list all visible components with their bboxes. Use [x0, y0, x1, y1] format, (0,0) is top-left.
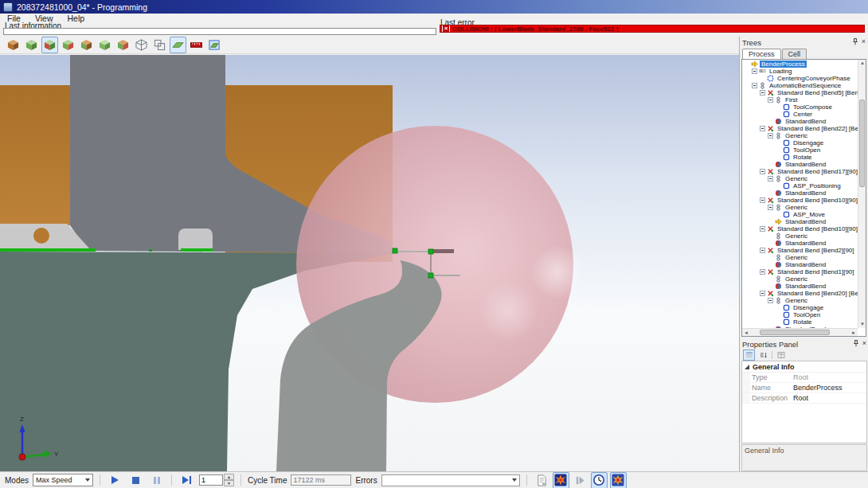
tree-horizontal-scrollbar[interactable]: ◄ ► [742, 328, 858, 336]
collapse-icon[interactable] [760, 90, 765, 96]
tree-item[interactable]: StandardBend [742, 283, 858, 290]
cube-red-left-icon[interactable] [60, 37, 76, 53]
tree-item[interactable]: StandardBend [742, 261, 858, 268]
cube-brown-icon[interactable] [5, 37, 22, 53]
tree-item[interactable]: Standard Bend [Bend1][90] [742, 268, 858, 275]
scroll-right-icon[interactable]: ► [850, 330, 858, 337]
category-expander-icon[interactable] [745, 365, 749, 369]
close-icon[interactable]: × [862, 339, 866, 347]
errors-select[interactable] [381, 474, 520, 486]
pin-icon[interactable] [852, 38, 858, 45]
cube-brown-green-icon[interactable] [78, 37, 95, 53]
tree-item[interactable]: Standard Bend [Bend2][90] [742, 247, 858, 254]
collapse-icon[interactable] [768, 205, 773, 210]
collapse-icon[interactable] [752, 83, 757, 88]
report-icon[interactable] [534, 472, 550, 488]
cube-green-red-icon[interactable] [41, 37, 58, 53]
scroll-left-icon[interactable]: ◄ [742, 330, 750, 337]
stepper-up-icon[interactable]: ▲ [224, 474, 234, 480]
tree-item[interactable]: Rotate [742, 318, 858, 326]
pin-icon[interactable] [853, 340, 859, 347]
trees-panel-header[interactable]: Trees × [740, 37, 868, 48]
collapse-icon[interactable] [760, 169, 765, 174]
tab-cell[interactable]: Cell [782, 49, 807, 59]
tree-item[interactable]: Generic [742, 232, 858, 240]
collision-detection-icon[interactable] [553, 472, 569, 488]
collapse-icon[interactable] [768, 133, 773, 139]
tree-item[interactable]: StandardBend [742, 218, 858, 225]
collapse-icon[interactable] [760, 291, 765, 296]
tree-item[interactable]: StandardBend [742, 189, 858, 197]
cycle-time-icon[interactable] [591, 472, 608, 488]
sheet-frame-icon[interactable] [206, 37, 223, 53]
ruler-red-icon[interactable] [188, 37, 205, 53]
stop-on-collision-icon[interactable] [610, 472, 627, 488]
collapse-icon[interactable] [752, 68, 757, 74]
property-row[interactable]: TypeRoot [742, 373, 866, 383]
play-button[interactable] [107, 472, 123, 488]
tree-item[interactable]: Generic [742, 204, 858, 211]
step-count-input[interactable] [199, 474, 223, 486]
tree-item[interactable]: Generic [742, 275, 858, 283]
tree-item[interactable]: ToolCompose [742, 103, 858, 111]
cube-green-icon[interactable] [23, 37, 40, 53]
tree-item[interactable]: Generic [742, 254, 858, 261]
tree-item[interactable]: Rotate [742, 154, 858, 161]
step-mode-icon[interactable] [572, 472, 588, 488]
tree-item[interactable]: ASP_Move [742, 211, 858, 218]
collapse-icon[interactable] [760, 248, 765, 253]
properties-panel-header[interactable]: Properties Panel × [740, 338, 868, 349]
tree-item[interactable]: Disengage [742, 139, 858, 146]
property-row[interactable]: NameBenderProcess [742, 383, 866, 393]
step-button[interactable] [178, 472, 195, 488]
tree-item[interactable]: Standard Bend [Bend17][90] [742, 168, 858, 175]
tree-item[interactable]: ToolOpen [742, 311, 858, 318]
tree-vertical-scrollbar[interactable]: ▲ ▼ [858, 60, 866, 328]
tree-item[interactable]: AutomaticBendSequence [742, 82, 858, 89]
stepper-down-icon[interactable]: ▼ [224, 480, 234, 486]
close-icon[interactable]: × [862, 37, 866, 45]
tree-item[interactable]: StandardBend [742, 161, 858, 168]
pause-button[interactable] [148, 472, 165, 488]
title-bar[interactable]: 208372481000_04* - Programming [0, 0, 868, 14]
tree-item[interactable]: ASP_Positioning [742, 182, 858, 189]
tree-item[interactable]: Generic [742, 297, 858, 304]
tree-item[interactable]: Generic [742, 132, 858, 139]
last-error-bar[interactable]: × COLLISIONI : [ LowerBlade_Standard_278… [440, 25, 865, 33]
last-information-field[interactable] [3, 28, 436, 35]
collapse-icon[interactable] [768, 97, 773, 103]
tree-item[interactable]: CenteringConveyorPhase [742, 75, 858, 82]
tab-process[interactable]: Process [742, 49, 781, 59]
categorized-view-icon[interactable] [743, 349, 755, 361]
property-pages-icon[interactable] [775, 349, 787, 361]
tree-item[interactable]: Loading [742, 68, 858, 75]
sheet-green-icon[interactable] [170, 37, 186, 53]
tree-item[interactable]: Standard Bend [Bend22] [Bend23][90] [742, 125, 858, 132]
tree-item[interactable]: Standard Bend [Bend5] [Bend6] [Bend7] [742, 89, 858, 96]
collapse-icon[interactable] [760, 269, 765, 275]
tree-item[interactable]: Standard Bend [Bend10][90] [742, 225, 858, 232]
tree-item[interactable]: Generic [742, 175, 858, 182]
category-general-info[interactable]: General Info [742, 361, 866, 373]
scroll-up-icon[interactable]: ▲ [858, 60, 866, 67]
tree-item[interactable]: Disengage [742, 304, 858, 311]
collapse-icon[interactable] [760, 126, 765, 131]
vscroll-thumb[interactable] [859, 100, 865, 187]
sort-az-icon[interactable] [757, 349, 769, 361]
tree-item[interactable]: First [742, 96, 858, 103]
cube-wireframe-double-icon[interactable] [151, 37, 168, 53]
cube-wireframe-icon[interactable] [133, 37, 150, 53]
stop-button[interactable] [127, 472, 144, 488]
tree-item[interactable]: BenderProcess [742, 61, 858, 68]
tree-item[interactable]: Standard Bend [Bend10][90] [742, 197, 858, 204]
collapse-icon[interactable] [768, 298, 773, 303]
collapse-icon[interactable] [768, 176, 773, 182]
cube-green2-icon[interactable] [96, 37, 113, 53]
3d-viewport[interactable]: Z Y [0, 55, 739, 471]
tree-item[interactable]: ToolOpen [742, 146, 858, 154]
tree-item[interactable]: Center [742, 111, 858, 118]
tree-item[interactable]: StandardBend [742, 240, 858, 247]
tree-item[interactable]: StandardBend [742, 118, 858, 125]
cube-multicolor-icon[interactable] [115, 37, 131, 53]
hscroll-thumb[interactable] [760, 330, 830, 335]
